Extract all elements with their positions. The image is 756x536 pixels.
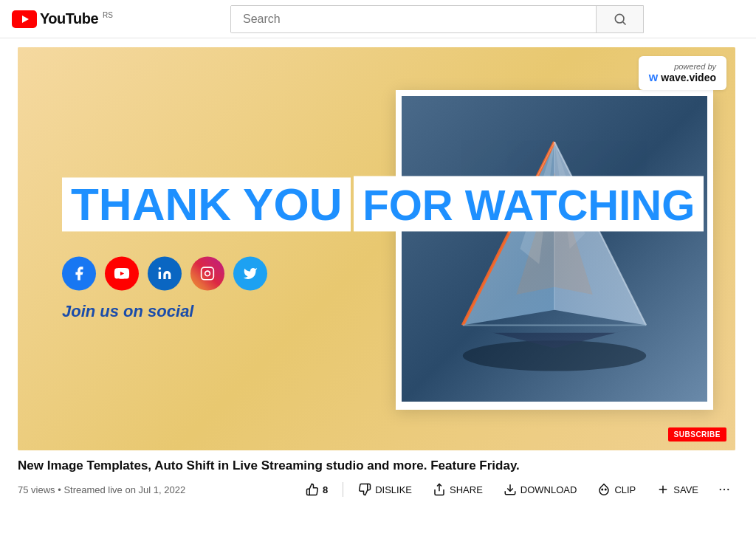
svg-line-3 (622, 21, 625, 24)
share-label: SHARE (450, 484, 483, 495)
youtube-logo[interactable]: YouTube (12, 10, 98, 28)
clip-label: CLIP (614, 484, 636, 495)
download-label: DOWNLOAD (520, 484, 577, 495)
clip-button[interactable]: CLIP (588, 478, 645, 501)
svg-rect-5 (159, 272, 161, 279)
subscribe-button-overlay[interactable]: SUBSCRIBE (668, 427, 726, 441)
thumbs-down-icon (358, 483, 371, 496)
logo-area: YouTube RS (12, 10, 130, 28)
social-icons-row (62, 257, 704, 291)
download-button[interactable]: DOWNLOAD (495, 478, 586, 501)
dislike-label: DISLIKE (375, 484, 412, 495)
youtube-play-icon (12, 10, 37, 28)
stream-info: Streamed live on Jul 1, 2022 (63, 484, 185, 495)
wave-logo: w wave.video (649, 71, 716, 84)
thumbs-up-icon (306, 483, 319, 496)
video-info: New Image Templates, Auto Shift in Live … (18, 458, 738, 501)
share-icon (433, 483, 446, 496)
svg-point-6 (159, 267, 161, 269)
search-button[interactable] (596, 6, 643, 32)
svg-point-25 (605, 489, 607, 490)
video-actions: 8 DISLIKE SHARE DOWNLOAD (297, 478, 738, 501)
join-us-text: Join us on social (62, 303, 704, 322)
video-background: THANK YOU FOR WATCHING (18, 47, 735, 450)
dislike-button[interactable]: DISLIKE (349, 478, 421, 501)
video-meta: 75 views • Streamed live on Jul 1, 2022 … (18, 478, 738, 501)
save-button[interactable]: SAVE (647, 478, 707, 501)
svg-point-24 (602, 489, 603, 490)
header: YouTube RS (0, 0, 756, 38)
svg-point-30 (727, 489, 729, 490)
video-player[interactable]: THANK YOU FOR WATCHING (18, 47, 735, 450)
save-icon (656, 483, 670, 496)
youtube-wordmark: YouTube (40, 10, 98, 27)
twitter-icon[interactable] (233, 257, 267, 291)
clip-icon (597, 483, 611, 496)
powered-by-text: powered by (674, 62, 716, 71)
powered-by-badge: powered by w wave.video (639, 56, 726, 90)
more-options-button[interactable] (710, 478, 738, 501)
instagram-icon[interactable] (190, 257, 224, 291)
search-bar (230, 5, 644, 33)
for-watching-text: FOR WATCHING (362, 183, 695, 228)
svg-point-2 (615, 14, 624, 23)
facebook-icon[interactable] (62, 257, 96, 291)
search-icon (613, 12, 628, 27)
left-overlay: THANK YOU FOR WATCHING (62, 176, 704, 321)
for-watching-bar: FOR WATCHING (354, 176, 704, 231)
linkedin-icon[interactable] (148, 257, 182, 291)
view-count: 75 views (18, 484, 55, 495)
thank-you-text: THANK YOU (71, 179, 342, 230)
share-button[interactable]: SHARE (424, 478, 492, 501)
search-area (130, 5, 744, 33)
more-dots-icon (718, 483, 731, 496)
like-count: 8 (323, 484, 328, 495)
like-divider (343, 482, 343, 497)
video-title: New Image Templates, Auto Shift in Live … (18, 458, 738, 474)
thank-you-bar: THANK YOU (62, 177, 351, 231)
svg-rect-7 (202, 267, 214, 280)
rs-badge: RS (103, 11, 113, 19)
main-content: THANK YOU FOR WATCHING (0, 38, 756, 509)
wave-icon: w (649, 71, 658, 84)
video-stats: 75 views • Streamed live on Jul 1, 2022 (18, 484, 185, 495)
wave-brand-text: wave.video (661, 72, 716, 83)
svg-point-28 (720, 489, 721, 490)
like-button[interactable]: 8 (297, 478, 337, 501)
svg-point-29 (724, 489, 725, 490)
search-input[interactable] (231, 6, 596, 32)
youtube-social-icon[interactable] (105, 257, 139, 291)
save-label: SAVE (673, 484, 698, 495)
download-icon (504, 483, 517, 496)
